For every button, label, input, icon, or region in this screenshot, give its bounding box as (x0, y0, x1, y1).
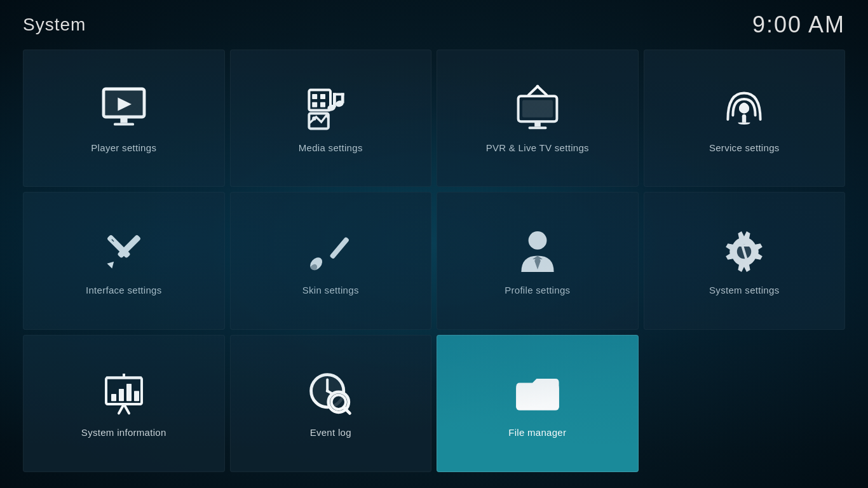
pvr-icon (512, 84, 563, 135)
media-icon (305, 84, 356, 135)
svg-rect-5 (309, 90, 331, 110)
profile-icon (512, 226, 563, 277)
tile-player-settings[interactable]: Player settings (23, 50, 225, 187)
interface-settings-label: Interface settings (86, 285, 162, 295)
service-icon (719, 84, 770, 135)
sysinfo-icon (98, 369, 149, 419)
player-icon (98, 84, 149, 135)
tile-file-manager[interactable]: File manager (437, 335, 639, 472)
svg-line-17 (528, 86, 537, 95)
tile-interface-settings[interactable]: Interface settings (23, 192, 225, 329)
svg-line-33 (116, 235, 118, 237)
svg-rect-34 (330, 236, 350, 259)
svg-line-18 (538, 86, 546, 95)
tile-service-settings[interactable]: Service settings (644, 50, 846, 187)
svg-line-60 (344, 407, 350, 414)
skin-settings-label: Skin settings (302, 285, 359, 295)
svg-point-37 (528, 231, 546, 250)
player-settings-label: Player settings (91, 142, 156, 153)
svg-marker-30 (107, 259, 116, 269)
clock: 9:00 AM (752, 11, 845, 38)
svg-rect-49 (126, 384, 132, 401)
svg-rect-21 (522, 100, 553, 117)
svg-point-35 (308, 255, 325, 272)
settings-grid: Player settings Me (0, 44, 868, 485)
interface-icon (98, 226, 149, 277)
svg-rect-4 (114, 123, 134, 125)
tile-event-log[interactable]: Event log (230, 335, 432, 472)
tile-profile-settings[interactable]: Profile settings (437, 192, 639, 329)
skin-icon (305, 226, 356, 277)
svg-rect-9 (320, 102, 325, 107)
svg-point-19 (536, 85, 539, 88)
svg-line-45 (119, 404, 124, 413)
svg-rect-3 (120, 117, 127, 123)
system-settings-icon (719, 226, 770, 277)
svg-line-46 (124, 404, 129, 413)
pvr-settings-label: PVR & Live TV settings (486, 142, 589, 153)
tile-media-settings[interactable]: Media settings (230, 50, 432, 187)
tile-system-information[interactable]: System information (23, 335, 225, 472)
service-settings-label: Service settings (709, 142, 780, 153)
page-title: System (23, 15, 86, 35)
system-information-label: System information (81, 427, 166, 438)
profile-settings-label: Profile settings (505, 285, 570, 295)
tile-pvr-settings[interactable]: PVR & Live TV settings (437, 50, 639, 187)
system-settings-label: System settings (709, 285, 779, 295)
svg-rect-6 (312, 94, 317, 99)
svg-rect-23 (528, 126, 546, 129)
event-log-label: Event log (310, 427, 351, 438)
file-manager-label: File manager (508, 427, 566, 438)
svg-rect-50 (134, 391, 139, 402)
filemanager-icon (512, 369, 563, 419)
svg-rect-7 (320, 94, 325, 99)
svg-rect-22 (534, 121, 541, 126)
tile-system-settings[interactable]: System settings (644, 192, 846, 329)
tile-skin-settings[interactable]: Skin settings (230, 192, 432, 329)
svg-point-57 (326, 390, 329, 393)
header: System 9:00 AM (0, 0, 868, 44)
svg-rect-8 (312, 102, 317, 107)
svg-point-26 (741, 102, 748, 109)
svg-rect-47 (111, 394, 116, 401)
media-settings-label: Media settings (299, 142, 363, 153)
svg-rect-48 (119, 389, 124, 401)
eventlog-icon (305, 369, 356, 419)
svg-rect-28 (742, 116, 746, 123)
